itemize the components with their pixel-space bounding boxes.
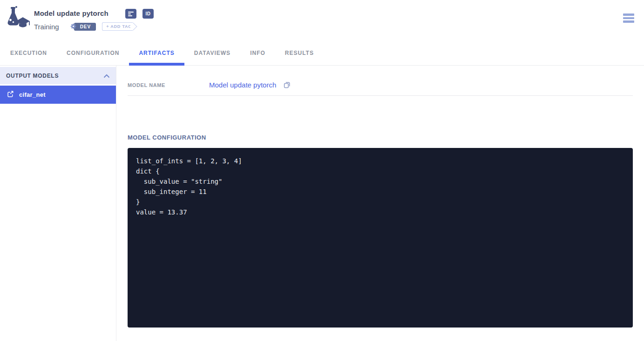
- model-configuration-code-block[interactable]: list_of_ints = [1, 2, 3, 4] dict { sub_v…: [128, 148, 633, 328]
- experiment-title: Model update pytorch: [34, 9, 133, 17]
- chevron-up-icon: [103, 72, 110, 80]
- tab-results[interactable]: RESULTS: [275, 40, 324, 65]
- dev-tag[interactable]: DEV: [74, 23, 96, 31]
- model-configuration-code: list_of_ints = [1, 2, 3, 4] dict { sub_v…: [136, 156, 624, 217]
- experiment-type-label: Training: [34, 23, 59, 31]
- model-name-link[interactable]: Model update pytorch: [209, 81, 276, 89]
- tab-bar: EXECUTION CONFIGURATION ARTIFACTS DATAVI…: [0, 40, 644, 66]
- artifacts-sidebar: OUTPUT MODELS cifar_net: [0, 66, 116, 341]
- id-icon: ID: [146, 11, 151, 16]
- add-tag-button[interactable]: + ADD TAG: [102, 22, 133, 31]
- description-icon: [128, 12, 134, 16]
- hamburger-menu-icon[interactable]: [623, 13, 634, 23]
- description-button[interactable]: [125, 9, 136, 19]
- tab-artifacts[interactable]: ARTIFACTS: [129, 40, 184, 65]
- tab-info[interactable]: INFO: [240, 40, 275, 65]
- tab-configuration[interactable]: CONFIGURATION: [57, 40, 129, 65]
- sidebar-item-label: cifar_net: [19, 91, 46, 98]
- model-name-row: MODEL NAME Model update pytorch: [128, 77, 633, 96]
- model-configuration-title: MODEL CONFIGURATION: [128, 134, 633, 141]
- output-models-section-header[interactable]: OUTPUT MODELS: [0, 67, 116, 84]
- artifact-detail-panel: MODEL NAME Model update pytorch MODEL CO…: [116, 66, 644, 341]
- copy-button[interactable]: [283, 80, 291, 89]
- experiment-title-block: Model update pytorch Training: [34, 9, 133, 31]
- external-link-icon: [7, 90, 14, 99]
- output-models-title: OUTPUT MODELS: [6, 73, 59, 79]
- tab-dataviews[interactable]: DATAVIEWS: [184, 40, 240, 65]
- gear-icon: [70, 23, 76, 30]
- model-name-label: MODEL NAME: [128, 82, 209, 88]
- copy-icon: [283, 80, 291, 89]
- tab-execution[interactable]: EXECUTION: [0, 40, 57, 65]
- add-tag-label: + ADD TAG: [106, 24, 132, 29]
- app-header: Model update pytorch Training: [0, 0, 644, 40]
- dev-tag-label: DEV: [80, 24, 91, 29]
- copy-id-button[interactable]: ID: [142, 9, 154, 19]
- clearml-logo-icon: [4, 5, 30, 33]
- sidebar-item-cifar-net[interactable]: cifar_net: [0, 86, 116, 104]
